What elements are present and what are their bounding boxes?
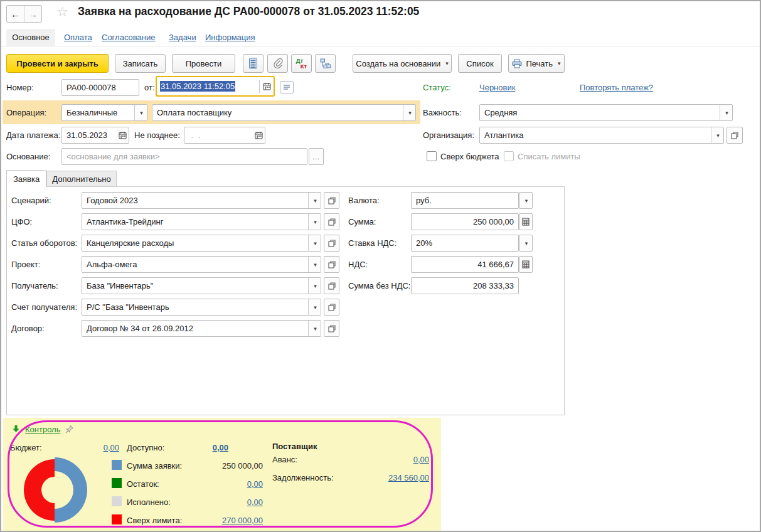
scenario-open-button[interactable] xyxy=(324,192,339,209)
recipient-open-button[interactable] xyxy=(324,277,339,294)
collapse-arrow-icon[interactable] xyxy=(12,425,20,435)
vat-rate-select[interactable]: 20% xyxy=(411,235,519,252)
debt-value-link[interactable]: 234 560,00 xyxy=(368,473,429,482)
legend-over-limit-value-link[interactable]: 270 000,00 xyxy=(189,516,263,525)
favorite-star-icon[interactable]: ☆ xyxy=(56,4,68,19)
budget-donut-chart xyxy=(20,455,89,524)
create-based-on-button[interactable]: Создать на основании ▾ xyxy=(353,54,452,73)
available-value-link[interactable]: 0,00 xyxy=(200,443,228,452)
calendar-button[interactable] xyxy=(253,127,265,143)
write-button[interactable]: Записать xyxy=(115,54,166,73)
repeat-payment-link[interactable]: Повторять платеж? xyxy=(580,83,653,92)
chevron-down-icon[interactable]: ▾ xyxy=(308,193,321,208)
recipient-select[interactable]: База "Инвентарь" ▾ xyxy=(82,277,321,294)
list-button[interactable]: Список xyxy=(458,54,502,73)
chevron-down-icon[interactable]: ▾ xyxy=(720,105,732,120)
dt-kt-icon: Дт Кт xyxy=(296,58,307,69)
organization-label: Организация: xyxy=(423,130,474,140)
tab-main[interactable]: Основное xyxy=(6,29,55,46)
chevron-down-icon[interactable]: ▾ xyxy=(711,127,723,143)
register-records-button[interactable] xyxy=(243,54,263,73)
turnover-item-select[interactable]: Канцелярские расходы ▾ xyxy=(82,235,321,252)
open-icon xyxy=(328,240,336,247)
print-button[interactable]: Печать ▾ xyxy=(508,54,565,73)
chevron-down-icon[interactable]: ▾ xyxy=(403,105,415,120)
open-icon xyxy=(328,304,336,311)
project-select[interactable]: Альфа-омега ▾ xyxy=(82,256,321,273)
cfo-open-button[interactable] xyxy=(324,213,339,230)
printer-icon xyxy=(512,59,522,68)
basis-field[interactable]: <основание для заявки> xyxy=(61,148,307,165)
basis-choose-button[interactable]: ... xyxy=(309,148,324,165)
scenario-label: Сценарий: xyxy=(11,196,51,205)
status-value-link[interactable]: Черновик xyxy=(479,83,515,92)
chevron-down-icon[interactable]: ▾ xyxy=(308,321,321,336)
chevron-down-icon[interactable]: ▾ xyxy=(308,299,321,315)
date-field-focused[interactable]: 31.05.2023 11:52:05 xyxy=(156,76,275,97)
payment-date-label: Дата платежа: xyxy=(6,130,60,140)
currency-dropdown-button[interactable]: ▾ xyxy=(519,192,533,209)
importance-select[interactable]: Средняя ▾ xyxy=(479,104,733,121)
legend-request-amount-label: Сумма заявки: xyxy=(127,461,182,471)
amount-calculator-button[interactable] xyxy=(519,213,533,230)
control-section-link[interactable]: Контроль xyxy=(25,425,60,434)
tab-payment[interactable]: Оплата xyxy=(64,33,92,42)
chevron-down-icon[interactable]: ▾ xyxy=(308,235,321,251)
currency-label: Валюта: xyxy=(348,196,380,205)
scenario-select[interactable]: Годовой 2023 ▾ xyxy=(82,192,321,209)
vat-calculator-button[interactable] xyxy=(519,256,533,273)
currency-select[interactable]: руб. xyxy=(411,192,519,209)
number-field[interactable]: РА00-000078 xyxy=(61,79,139,96)
advance-value-link[interactable]: 0,00 xyxy=(378,455,429,464)
forward-button[interactable]: → xyxy=(24,6,41,22)
accounting-entries-button[interactable]: Дт Кт xyxy=(291,54,312,73)
comment-button[interactable] xyxy=(280,81,294,93)
calendar-button[interactable] xyxy=(260,82,274,90)
post-button[interactable]: Провести xyxy=(172,54,235,73)
recipient-account-label: Счет получателя: xyxy=(11,302,77,312)
turnover-item-open-button[interactable] xyxy=(324,235,339,252)
vat-rate-dropdown-button[interactable]: ▾ xyxy=(519,235,533,252)
recipient-account-select[interactable]: Р/С "База "Инвентарь ▾ xyxy=(82,299,321,316)
post-and-close-button[interactable]: Провести и закрыть xyxy=(6,54,109,73)
tab-tasks[interactable]: Задачи xyxy=(169,33,196,42)
contract-select[interactable]: Договор № 34 от 26.09.2012 ▾ xyxy=(82,320,321,337)
tab-additional[interactable]: Дополнительно xyxy=(46,171,117,187)
vat-amount-field[interactable]: 41 666,67 xyxy=(411,256,519,273)
operation-label: Операция: xyxy=(6,108,46,117)
calculator-icon xyxy=(522,260,530,269)
calendar-button[interactable] xyxy=(117,127,129,143)
budget-label: Бюджет: xyxy=(10,443,42,452)
tab-request[interactable]: Заявка xyxy=(6,170,46,187)
recipient-label: Получатель: xyxy=(11,281,58,290)
legend-remainder-value-link[interactable]: 0,00 xyxy=(189,479,263,489)
budget-value-link[interactable]: 0,00 xyxy=(89,443,119,452)
legend-swatch-remainder xyxy=(112,478,122,488)
cfo-select[interactable]: Атлантика-Трейдинг ▾ xyxy=(82,213,321,230)
amount-field[interactable]: 250 000,00 xyxy=(411,213,519,230)
date-selected-text: 31.05.2023 11:52:05 xyxy=(160,81,235,92)
pin-icon[interactable] xyxy=(65,425,74,436)
attachments-button[interactable] xyxy=(267,54,288,73)
available-label: Доступно: xyxy=(127,443,164,452)
payment-date-field[interactable]: 31.05.2023 xyxy=(61,127,129,144)
legend-request-amount-value: 250 000,00 xyxy=(189,461,263,471)
tab-information[interactable]: Информация xyxy=(205,33,255,42)
operation-type-select[interactable]: Безналичные ▾ xyxy=(61,104,147,121)
operation-kind-select[interactable]: Оплата поставщику ▾ xyxy=(152,104,416,121)
chevron-down-icon[interactable]: ▾ xyxy=(308,257,321,272)
organization-open-button[interactable] xyxy=(726,127,743,144)
organization-select[interactable]: Атлантика ▾ xyxy=(479,127,724,144)
not-later-field[interactable]: . . xyxy=(184,127,265,144)
chevron-down-icon[interactable]: ▾ xyxy=(134,105,147,120)
document-structure-button[interactable] xyxy=(315,54,336,73)
over-budget-checkbox[interactable] xyxy=(427,151,437,161)
contract-open-button[interactable] xyxy=(324,320,339,337)
project-open-button[interactable] xyxy=(324,256,339,273)
recipient-account-open-button[interactable] xyxy=(324,299,339,316)
legend-executed-value-link[interactable]: 0,00 xyxy=(189,497,263,507)
chevron-down-icon[interactable]: ▾ xyxy=(308,214,321,230)
chevron-down-icon[interactable]: ▾ xyxy=(308,278,321,294)
back-button[interactable]: ← xyxy=(7,6,24,22)
tab-approval[interactable]: Согласование xyxy=(102,33,155,42)
